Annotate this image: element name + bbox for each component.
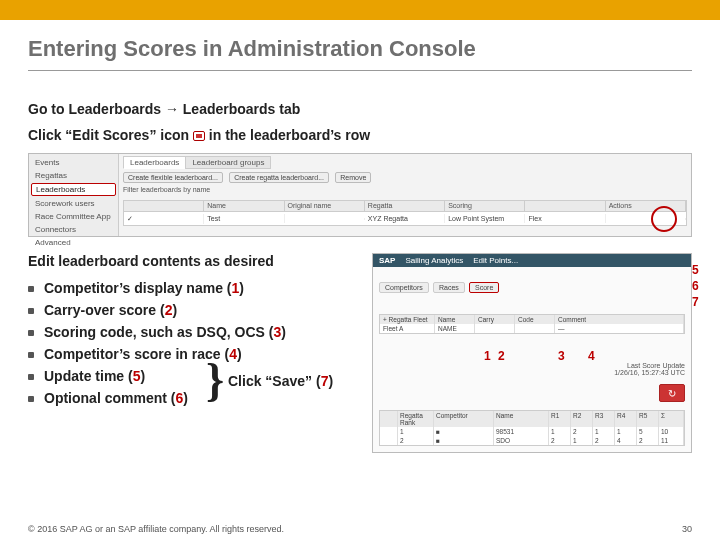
col: Name (494, 411, 549, 427)
slide-accent-bar (0, 0, 720, 20)
cell: 2 (549, 436, 571, 445)
cell: 2 (571, 427, 593, 436)
col: R5 (637, 411, 659, 427)
cell: 2 (637, 436, 659, 445)
btn: Remove (335, 172, 371, 183)
sidebar-item: Regattas (29, 169, 118, 182)
instr-text: Optional comment (44, 390, 167, 406)
instr-item: Carry-over score (2) (28, 299, 360, 321)
sidebar-item: Connectors (29, 223, 118, 236)
col: + Regatta Fleet (380, 315, 435, 324)
admin-console-screenshot: Events Regattas Leaderboards Scorework u… (28, 153, 692, 237)
cell: 1 (593, 427, 615, 436)
last-score-update: Last Score Update 1/26/16, 15:27:43 UTC (614, 362, 685, 376)
btn: Create regatta leaderboard... (229, 172, 329, 183)
instr-text: Scoring code, such as DSQ, OCS (44, 324, 265, 340)
instr-text: Update time (44, 368, 124, 384)
edit-tabs: Competitors Races Score (373, 282, 691, 293)
upper-grid: + Regatta Fleet Name Carry Code Comment … (379, 314, 685, 334)
edit-tab: Races (433, 282, 465, 293)
title-rule (28, 70, 692, 71)
cell: 1 (549, 427, 571, 436)
cell: ■ (434, 427, 494, 436)
col: Carry (475, 315, 515, 324)
col: Scoring (445, 201, 525, 211)
instr-num: 5 (133, 368, 141, 384)
col (124, 201, 204, 211)
cell: 1 (615, 427, 637, 436)
col (380, 411, 398, 427)
instructions-list: Competitor’s display name (1) Carry-over… (28, 277, 360, 409)
sidebar-item: Race Committee App (29, 210, 118, 223)
callout-4: 4 (588, 349, 595, 363)
modal-header: SAP Sailing Analytics Edit Points... (373, 254, 691, 267)
cell (380, 427, 398, 436)
sidebar-item: Advanced (29, 236, 118, 249)
instr-num: 4 (229, 346, 237, 362)
filter-label: Filter leaderboards by name (123, 186, 210, 193)
cell: 11 (659, 436, 684, 445)
cell: ■ (434, 436, 494, 445)
step-2-post: in the leaderboard’s row (205, 127, 370, 143)
cell (380, 436, 398, 445)
cell: 5 (637, 427, 659, 436)
cell: — (555, 324, 684, 333)
cell: XYZ Regatta (365, 214, 445, 223)
col: Original name (285, 201, 365, 211)
page-title: Entering Scores in Administration Consol… (28, 36, 692, 62)
sidebar-item: Events (29, 156, 118, 169)
col (525, 201, 605, 211)
cell: 2 (593, 436, 615, 445)
instr-text: Competitor’s score in race (44, 346, 221, 362)
step-2: Click “Edit Scores” icon in the leaderbo… (28, 127, 692, 143)
admin-tabs: LeaderboardsLeaderboard groups (123, 156, 270, 169)
col: Code (515, 315, 555, 324)
modal-subheader (373, 267, 691, 282)
cell (606, 218, 686, 220)
callout-3: 3 (558, 349, 565, 363)
admin-table-header: Name Original name Regatta Scoring Actio… (123, 200, 687, 212)
page-number: 30 (682, 524, 692, 534)
step-1-post: Leaderboards tab (179, 101, 300, 117)
step-1-pre: Go to Leaderboards (28, 101, 165, 117)
instr-num: 6 (175, 390, 183, 406)
callout-7: 7 (692, 295, 699, 309)
admin-sidebar: Events Regattas Leaderboards Scorework u… (29, 154, 119, 236)
callout-5: 5 (692, 263, 699, 277)
col: Comment (555, 315, 684, 324)
col: Name (204, 201, 284, 211)
btn: Create flexible leaderboard... (123, 172, 223, 183)
copyright-text: © 2016 SAP AG or an SAP affiliate compan… (28, 524, 284, 534)
instr-text: Carry-over score (44, 302, 156, 318)
product-name: Sailing Analytics (405, 256, 463, 265)
instr-num: 2 (165, 302, 173, 318)
sidebar-item: Scorework users (29, 197, 118, 210)
table-row: 1 ■ 98531 1 2 1 1 5 10 (380, 427, 684, 436)
step-1: Go to Leaderboards → Leaderboards tab (28, 101, 692, 117)
modal-title: Edit Points... (473, 256, 518, 265)
cell: 1 (398, 427, 434, 436)
col: Actions (606, 201, 686, 211)
tab-leaderboards: Leaderboards (123, 156, 186, 169)
edit-scores-icon (193, 131, 205, 141)
col: Σ (659, 411, 684, 427)
cell: ✓ (124, 214, 204, 224)
callout-6: 6 (692, 279, 699, 293)
table-row: 2 ■ SDO 2 1 2 4 2 11 (380, 436, 684, 445)
slide-footer: © 2016 SAP AG or an SAP affiliate compan… (0, 524, 720, 534)
col: Competitor (434, 411, 494, 427)
sidebar-item-selected: Leaderboards (31, 183, 116, 196)
callout-1: 1 (484, 349, 491, 363)
cell (285, 218, 365, 220)
col: R4 (615, 411, 637, 427)
edit-tab: Competitors (379, 282, 429, 293)
arrow-right-icon: → (165, 101, 179, 117)
step-2-pre: Click “Edit Scores” icon (28, 127, 193, 143)
cell: Fleet A (380, 324, 435, 333)
last-score-label: Last Score Update (614, 362, 685, 369)
cell: 4 (615, 436, 637, 445)
cell: NAME (435, 324, 475, 333)
tab-leaderboard-groups: Leaderboard groups (185, 156, 271, 169)
refresh-icon: ↻ (659, 384, 685, 402)
instr-item: Update time (5) } Click “Save” (7) (28, 365, 360, 387)
